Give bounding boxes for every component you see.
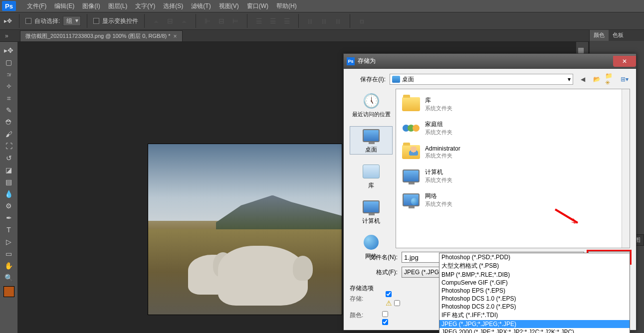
ps-icon: Ps xyxy=(347,57,355,65)
recent-icon: 🕔 xyxy=(361,92,381,110)
expand-docs-icon[interactable]: » xyxy=(5,32,8,39)
format-option-psb[interactable]: 大型文档格式 (*.PSB) xyxy=(439,261,630,271)
separator xyxy=(350,14,350,28)
marquee-tool-icon[interactable]: ▢ xyxy=(2,57,15,68)
color-option-checkbox[interactable] xyxy=(382,311,388,317)
eyedropper-tool-icon[interactable]: ✎ xyxy=(2,105,15,116)
menu-filter[interactable]: 滤镜(T) xyxy=(187,0,215,12)
align-vcenter-icon[interactable]: ⊟ xyxy=(165,15,176,26)
nav-new-folder-icon[interactable]: 📁✳ xyxy=(605,74,616,85)
path-selection-tool-icon[interactable]: ▷ xyxy=(2,236,15,247)
distribute-hcenter-icon[interactable]: ⫼ xyxy=(319,15,330,26)
document-tab-bar: » 微信截图_20201117233803.png @ 100% (图层 0, … xyxy=(0,30,644,42)
file-item-administrator[interactable]: Administrator 系统文件夹 xyxy=(399,140,627,164)
file-item-computer[interactable]: 计算机 系统文件夹 xyxy=(399,164,627,188)
show-transform-checkbox[interactable] xyxy=(93,18,99,24)
move-tool-icon[interactable]: ▸✥ xyxy=(2,45,15,56)
save-in-dropdown[interactable]: 桌面 ▾ xyxy=(390,74,573,85)
hand-tool-icon[interactable]: ✋ xyxy=(2,260,15,271)
pen-tool-icon[interactable]: ✒ xyxy=(2,212,15,223)
place-desktop[interactable]: 桌面 xyxy=(350,126,393,155)
document-canvas[interactable] xyxy=(148,144,342,315)
document-tab[interactable]: 微信截图_20201117233803.png @ 100% (图层 0, RG… xyxy=(20,30,183,41)
menu-select[interactable]: 选择(S) xyxy=(159,0,187,12)
distribute-top-icon[interactable]: ☰ xyxy=(253,15,264,26)
swatches-panel-tab[interactable]: 色板 xyxy=(609,30,628,41)
scrollbar[interactable] xyxy=(622,89,630,248)
close-tab-icon[interactable]: × xyxy=(174,33,177,40)
healing-brush-tool-icon[interactable]: ⛑ xyxy=(2,117,15,128)
place-label: 最近访问的位置 xyxy=(352,111,391,118)
format-option-iff[interactable]: IFF 格式 (*.IFF;*.TDI) xyxy=(439,311,630,320)
zoom-tool-icon[interactable]: 🔍 xyxy=(2,272,15,283)
distribute-right-icon[interactable]: ⫼ xyxy=(333,15,344,26)
distribute-left-icon[interactable]: ⫼ xyxy=(305,15,316,26)
lasso-tool-icon[interactable]: ⟉ xyxy=(2,69,15,80)
place-recent[interactable]: 🕔 最近访问的位置 xyxy=(350,92,393,118)
align-left-icon[interactable]: ⊩ xyxy=(202,15,213,26)
format-option-gif[interactable]: CompuServe GIF (*.GIF) xyxy=(439,279,630,287)
nav-view-menu-icon[interactable]: ⊞▾ xyxy=(619,74,630,85)
menu-edit[interactable]: 编辑(E) xyxy=(50,0,78,12)
separator xyxy=(298,14,299,28)
history-brush-tool-icon[interactable]: ↺ xyxy=(2,153,15,164)
nav-up-icon[interactable]: 📂 xyxy=(591,74,602,85)
format-option-dcs2[interactable]: Photoshop DCS 2.0 (*.EPS) xyxy=(439,303,630,311)
format-option-eps[interactable]: Photoshop EPS (*.EPS) xyxy=(439,287,630,295)
dialog-close-button[interactable]: ✕ xyxy=(613,56,636,67)
gradient-tool-icon[interactable]: ▤ xyxy=(2,176,15,187)
color-panel-tab[interactable]: 颜色 xyxy=(590,30,609,41)
clone-stamp-tool-icon[interactable]: ⛶ xyxy=(2,141,15,152)
color-option-checkbox[interactable] xyxy=(382,319,388,325)
menu-image[interactable]: 图像(I) xyxy=(78,0,104,12)
options-bar: ▸✥ 自动选择: 组 ▾ 显示变换控件 ⫠ ⊟ ⫠ ⊩ ⊟ ⊨ ☰ ☰ ☰ ⫼ … xyxy=(0,12,644,30)
file-name: Administrator xyxy=(425,145,460,152)
format-option-psd[interactable]: Photoshop (*.PSD;*.PDD) xyxy=(439,253,630,261)
align-top-icon[interactable]: ⫠ xyxy=(151,15,162,26)
shape-tool-icon[interactable]: ▭ xyxy=(2,248,15,259)
save-option-checkbox[interactable] xyxy=(386,291,392,297)
format-option-jpeg[interactable]: JPEG (*.JPG;*.JPEG;*.JPE) xyxy=(439,320,630,328)
align-hcenter-icon[interactable]: ⊟ xyxy=(216,15,227,26)
warning-icon: ⚠ xyxy=(386,299,392,307)
place-label: 桌面 xyxy=(365,146,377,154)
3d-mode-icon[interactable]: ⧈ xyxy=(356,15,367,26)
place-computer[interactable]: 计算机 xyxy=(350,198,393,225)
nav-back-icon[interactable]: ◀ xyxy=(577,74,588,85)
blur-tool-icon[interactable]: 💧 xyxy=(2,188,15,199)
menu-type[interactable]: 文字(Y) xyxy=(131,0,159,12)
dodge-tool-icon[interactable]: ⚙ xyxy=(2,200,15,211)
auto-select-checkbox[interactable] xyxy=(25,18,31,24)
foreground-color-swatch[interactable] xyxy=(3,286,14,297)
dialog-title: 存储为 xyxy=(358,57,376,65)
magic-wand-tool-icon[interactable]: ✧ xyxy=(2,81,15,92)
menu-view[interactable]: 视图(V) xyxy=(215,0,243,12)
format-option-dcs1[interactable]: Photoshop DCS 1.0 (*.EPS) xyxy=(439,295,630,303)
align-right-icon[interactable]: ⊨ xyxy=(230,15,241,26)
format-option-jpeg2000[interactable]: JPEG 2000 (*.JPF;*.JPX;*.JP2;*.J2C;*.J2K… xyxy=(439,328,630,333)
move-tool-icon[interactable]: ▸✥ xyxy=(3,16,13,26)
distribute-vcenter-icon[interactable]: ☰ xyxy=(267,15,278,26)
place-libraries[interactable]: 库 xyxy=(350,163,393,190)
menu-window[interactable]: 窗口(W) xyxy=(243,0,272,12)
align-bottom-icon[interactable]: ⫠ xyxy=(179,15,190,26)
format-dropdown-list[interactable]: Photoshop (*.PSD;*.PDD) 大型文档格式 (*.PSB) B… xyxy=(439,253,630,333)
auto-select-dropdown[interactable]: 组 ▾ xyxy=(63,16,81,26)
save-option-checkbox[interactable] xyxy=(394,300,400,306)
brush-tool-icon[interactable]: 🖌 xyxy=(2,129,15,140)
menu-help[interactable]: 帮助(H) xyxy=(272,0,301,12)
place-label: 库 xyxy=(368,181,374,190)
file-list[interactable]: 库 系统文件夹 家庭组 系统文件夹 Administ xyxy=(396,89,630,248)
save-options-title: 存储选项 xyxy=(350,284,374,293)
eraser-tool-icon[interactable]: ◪ xyxy=(2,165,15,175)
file-item-homegroup[interactable]: 家庭组 系统文件夹 xyxy=(399,116,627,140)
dialog-titlebar[interactable]: Ps 存储为 ✕ xyxy=(344,54,636,69)
file-item-network[interactable]: 网络 系统文件夹 xyxy=(399,188,627,212)
menu-file[interactable]: 文件(F) xyxy=(23,0,50,12)
menu-layer[interactable]: 图层(L) xyxy=(104,0,132,12)
type-tool-icon[interactable]: T xyxy=(2,224,15,235)
file-item-libraries[interactable]: 库 系统文件夹 xyxy=(399,92,627,116)
crop-tool-icon[interactable]: ⌗ xyxy=(2,93,15,104)
distribute-bottom-icon[interactable]: ☰ xyxy=(281,15,292,26)
format-option-bmp[interactable]: BMP (*.BMP;*.RLE;*.DIB) xyxy=(439,271,630,279)
